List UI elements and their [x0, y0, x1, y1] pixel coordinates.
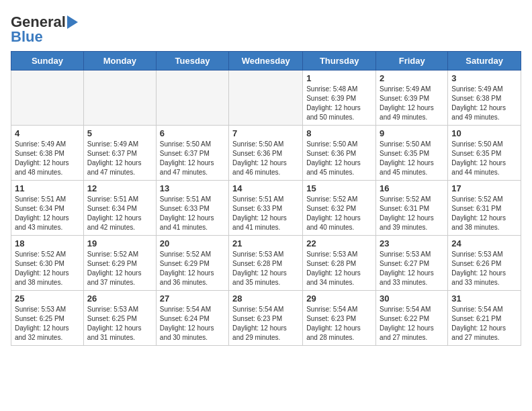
day-info: Sunrise: 5:50 AM Sunset: 6:36 PM Dayligh…	[232, 140, 299, 177]
day-number: 17	[451, 183, 517, 193]
day-number: 29	[306, 293, 372, 304]
header: General Blue	[11, 11, 521, 46]
day-info: Sunrise: 5:48 AM Sunset: 6:39 PM Dayligh…	[306, 85, 372, 122]
day-info: Sunrise: 5:53 AM Sunset: 6:26 PM Dayligh…	[451, 250, 517, 287]
day-info: Sunrise: 5:49 AM Sunset: 6:38 PM Dayligh…	[15, 140, 80, 177]
day-number: 26	[87, 293, 152, 304]
day-cell: 22Sunrise: 5:53 AM Sunset: 6:28 PM Dayli…	[303, 236, 376, 291]
header-friday: Friday	[376, 52, 448, 71]
day-info: Sunrise: 5:53 AM Sunset: 6:28 PM Dayligh…	[232, 250, 299, 287]
day-number: 1	[306, 73, 372, 83]
header-sunday: Sunday	[11, 52, 84, 71]
day-info: Sunrise: 5:54 AM Sunset: 6:21 PM Dayligh…	[451, 305, 517, 342]
day-cell	[83, 71, 156, 126]
day-info: Sunrise: 5:52 AM Sunset: 6:30 PM Dayligh…	[15, 250, 80, 287]
day-cell: 23Sunrise: 5:53 AM Sunset: 6:27 PM Dayli…	[376, 236, 448, 291]
day-cell	[229, 71, 303, 126]
day-cell: 27Sunrise: 5:54 AM Sunset: 6:24 PM Dayli…	[156, 291, 228, 346]
day-info: Sunrise: 5:52 AM Sunset: 6:31 PM Dayligh…	[451, 195, 517, 232]
day-info: Sunrise: 5:54 AM Sunset: 6:23 PM Dayligh…	[306, 305, 372, 342]
day-info: Sunrise: 5:50 AM Sunset: 6:35 PM Dayligh…	[380, 140, 444, 177]
day-number: 14	[232, 183, 299, 193]
day-number: 4	[15, 128, 80, 138]
logo-arrow-icon	[67, 15, 83, 29]
day-number: 15	[306, 183, 372, 193]
day-info: Sunrise: 5:53 AM Sunset: 6:25 PM Dayligh…	[87, 305, 152, 342]
header-saturday: Saturday	[448, 52, 521, 71]
week-row-4: 18Sunrise: 5:52 AM Sunset: 6:30 PM Dayli…	[11, 236, 521, 291]
day-number: 9	[380, 128, 444, 138]
day-cell: 9Sunrise: 5:50 AM Sunset: 6:35 PM Daylig…	[376, 126, 448, 181]
day-number: 30	[380, 293, 444, 304]
day-number: 2	[380, 73, 444, 83]
day-cell: 3Sunrise: 5:49 AM Sunset: 6:38 PM Daylig…	[448, 71, 521, 126]
svg-marker-0	[67, 15, 78, 29]
day-number: 5	[87, 128, 152, 138]
logo-blue: Blue	[11, 28, 43, 46]
day-cell: 8Sunrise: 5:50 AM Sunset: 6:36 PM Daylig…	[303, 126, 376, 181]
day-cell: 16Sunrise: 5:52 AM Sunset: 6:31 PM Dayli…	[376, 181, 448, 236]
day-cell: 4Sunrise: 5:49 AM Sunset: 6:38 PM Daylig…	[11, 126, 84, 181]
day-cell: 28Sunrise: 5:54 AM Sunset: 6:23 PM Dayli…	[229, 291, 303, 346]
day-info: Sunrise: 5:49 AM Sunset: 6:37 PM Dayligh…	[87, 140, 152, 177]
day-cell: 13Sunrise: 5:51 AM Sunset: 6:33 PM Dayli…	[156, 181, 228, 236]
day-cell: 12Sunrise: 5:51 AM Sunset: 6:34 PM Dayli…	[83, 181, 156, 236]
day-info: Sunrise: 5:53 AM Sunset: 6:25 PM Dayligh…	[15, 305, 80, 342]
day-cell: 11Sunrise: 5:51 AM Sunset: 6:34 PM Dayli…	[11, 181, 84, 236]
day-number: 28	[232, 293, 299, 304]
day-number: 16	[380, 183, 444, 193]
day-cell: 29Sunrise: 5:54 AM Sunset: 6:23 PM Dayli…	[303, 291, 376, 346]
day-info: Sunrise: 5:51 AM Sunset: 6:33 PM Dayligh…	[160, 195, 225, 232]
day-info: Sunrise: 5:52 AM Sunset: 6:31 PM Dayligh…	[380, 195, 444, 232]
day-number: 6	[160, 128, 225, 138]
day-number: 31	[451, 293, 517, 304]
day-cell: 25Sunrise: 5:53 AM Sunset: 6:25 PM Dayli…	[11, 291, 84, 346]
day-number: 12	[87, 183, 152, 193]
day-number: 8	[306, 128, 372, 138]
day-info: Sunrise: 5:54 AM Sunset: 6:23 PM Dayligh…	[232, 305, 299, 342]
day-info: Sunrise: 5:50 AM Sunset: 6:35 PM Dayligh…	[451, 140, 517, 177]
day-cell: 15Sunrise: 5:52 AM Sunset: 6:32 PM Dayli…	[303, 181, 376, 236]
day-info: Sunrise: 5:53 AM Sunset: 6:28 PM Dayligh…	[306, 250, 372, 287]
day-number: 21	[232, 238, 299, 248]
day-cell: 19Sunrise: 5:52 AM Sunset: 6:29 PM Dayli…	[83, 236, 156, 291]
day-info: Sunrise: 5:50 AM Sunset: 6:36 PM Dayligh…	[306, 140, 372, 177]
day-info: Sunrise: 5:51 AM Sunset: 6:34 PM Dayligh…	[15, 195, 80, 232]
day-info: Sunrise: 5:54 AM Sunset: 6:24 PM Dayligh…	[160, 305, 225, 342]
day-cell: 24Sunrise: 5:53 AM Sunset: 6:26 PM Dayli…	[448, 236, 521, 291]
day-cell: 17Sunrise: 5:52 AM Sunset: 6:31 PM Dayli…	[448, 181, 521, 236]
header-monday: Monday	[83, 52, 156, 71]
day-info: Sunrise: 5:49 AM Sunset: 6:39 PM Dayligh…	[380, 85, 444, 122]
day-info: Sunrise: 5:54 AM Sunset: 6:22 PM Dayligh…	[380, 305, 444, 342]
week-row-5: 25Sunrise: 5:53 AM Sunset: 6:25 PM Dayli…	[11, 291, 521, 346]
day-info: Sunrise: 5:51 AM Sunset: 6:34 PM Dayligh…	[87, 195, 152, 232]
day-number: 19	[87, 238, 152, 248]
day-info: Sunrise: 5:51 AM Sunset: 6:33 PM Dayligh…	[232, 195, 299, 232]
day-number: 10	[451, 128, 517, 138]
day-cell: 21Sunrise: 5:53 AM Sunset: 6:28 PM Dayli…	[229, 236, 303, 291]
day-cell: 1Sunrise: 5:48 AM Sunset: 6:39 PM Daylig…	[303, 71, 376, 126]
header-thursday: Thursday	[303, 52, 376, 71]
day-cell	[11, 71, 84, 126]
week-row-1: 1Sunrise: 5:48 AM Sunset: 6:39 PM Daylig…	[11, 71, 521, 126]
day-cell: 18Sunrise: 5:52 AM Sunset: 6:30 PM Dayli…	[11, 236, 84, 291]
day-info: Sunrise: 5:50 AM Sunset: 6:37 PM Dayligh…	[160, 140, 225, 177]
day-cell: 6Sunrise: 5:50 AM Sunset: 6:37 PM Daylig…	[156, 126, 228, 181]
day-cell: 10Sunrise: 5:50 AM Sunset: 6:35 PM Dayli…	[448, 126, 521, 181]
day-info: Sunrise: 5:52 AM Sunset: 6:29 PM Dayligh…	[87, 250, 152, 287]
day-number: 3	[451, 73, 517, 83]
week-row-2: 4Sunrise: 5:49 AM Sunset: 6:38 PM Daylig…	[11, 126, 521, 181]
day-number: 20	[160, 238, 225, 248]
week-row-3: 11Sunrise: 5:51 AM Sunset: 6:34 PM Dayli…	[11, 181, 521, 236]
day-info: Sunrise: 5:53 AM Sunset: 6:27 PM Dayligh…	[380, 250, 444, 287]
day-number: 7	[232, 128, 299, 138]
day-number: 23	[380, 238, 444, 248]
day-info: Sunrise: 5:52 AM Sunset: 6:32 PM Dayligh…	[306, 195, 372, 232]
day-number: 25	[15, 293, 80, 304]
day-number: 11	[15, 183, 80, 193]
day-info: Sunrise: 5:49 AM Sunset: 6:38 PM Dayligh…	[451, 85, 517, 122]
day-cell	[156, 71, 228, 126]
day-cell: 20Sunrise: 5:52 AM Sunset: 6:29 PM Dayli…	[156, 236, 228, 291]
header-wednesday: Wednesday	[229, 52, 303, 71]
day-cell: 26Sunrise: 5:53 AM Sunset: 6:25 PM Dayli…	[83, 291, 156, 346]
